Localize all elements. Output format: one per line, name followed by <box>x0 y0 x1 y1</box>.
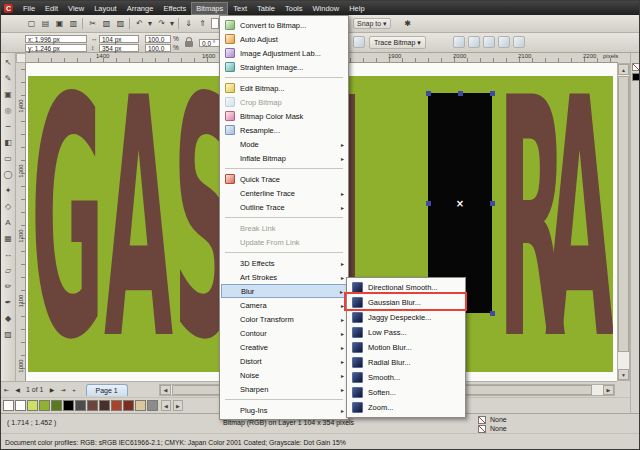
menu-file[interactable]: File <box>18 2 40 15</box>
redo-button[interactable]: ↷ <box>155 17 168 30</box>
new-document-button[interactable]: ▢ <box>25 17 38 30</box>
ellipse-tool[interactable]: ◯ <box>2 167 15 183</box>
object-height-field[interactable]: 354 px <box>99 44 139 52</box>
object-y-position-field[interactable]: y: 1.246 px <box>25 44 87 52</box>
palette-swatch[interactable] <box>123 400 134 411</box>
menu-layout[interactable]: Layout <box>89 2 122 15</box>
pick-tool[interactable]: ↖ <box>2 55 15 71</box>
palette-swatch[interactable] <box>27 400 38 411</box>
no-color-swatch[interactable] <box>632 63 640 71</box>
crop-tool[interactable]: ▣ <box>2 87 15 103</box>
palette-swatch[interactable] <box>15 400 26 411</box>
scale-horizontal-field[interactable]: 100,0 <box>145 35 171 43</box>
zoom-level-combo[interactable] <box>211 18 219 29</box>
crop-bitmap-prop-button[interactable] <box>468 36 480 48</box>
lock-ratio-icon[interactable] <box>185 41 193 47</box>
cut-button[interactable]: ✂ <box>86 17 99 30</box>
palette-swatch[interactable] <box>135 400 146 411</box>
palette-scroll-right-icon[interactable]: ▶ <box>173 400 183 411</box>
smart-fill-tool[interactable]: ◧ <box>2 135 15 151</box>
menu-item-sharpen[interactable]: Sharpen▸ <box>221 382 347 396</box>
print-button[interactable]: ▥ <box>67 17 80 30</box>
menu-item-image-adjustment-lab[interactable]: Image Adjustment Lab... <box>221 46 347 60</box>
menu-item-centerline-trace[interactable]: Centerline Trace▸ <box>221 186 347 200</box>
interactive-fill-tool[interactable]: ▨ <box>2 327 15 343</box>
add-page-button[interactable]: + <box>69 384 80 395</box>
palette-swatch[interactable] <box>75 400 86 411</box>
outline-color-icon[interactable] <box>478 425 486 433</box>
menu-item-auto-adjust[interactable]: Auto Adjust <box>221 32 347 46</box>
snap-to-button[interactable]: Snap to ▾ <box>353 18 391 29</box>
redo-dropdown-arrow-icon[interactable]: ▾ <box>168 17 176 30</box>
scroll-right-icon[interactable]: ▶ <box>603 385 614 395</box>
blend-tool[interactable]: ▱ <box>2 263 15 279</box>
palette-scroll-left-icon[interactable]: ◀ <box>161 400 171 411</box>
submenu-item-soften[interactable]: Soften... <box>348 385 464 400</box>
submenu-item-zoom[interactable]: Zoom... <box>348 400 464 415</box>
menu-item-edit-bitmap[interactable]: Edit Bitmap... <box>221 81 347 95</box>
submenu-item-motion-blur[interactable]: Motion Blur... <box>348 340 464 355</box>
selection-center-mark[interactable]: × <box>456 198 464 209</box>
menu-item-mode[interactable]: Mode▸ <box>221 137 347 151</box>
vertical-ruler[interactable]: 1400 1300 1200 1100 1000 <box>16 63 26 381</box>
scroll-up-icon[interactable]: ▲ <box>618 64 629 75</box>
undo-dropdown-arrow-icon[interactable]: ▾ <box>146 17 154 30</box>
no-color-swatch[interactable] <box>3 400 14 411</box>
menu-item-inflate-bitmap[interactable]: Inflate Bitmap▸ <box>221 151 347 165</box>
ruler-origin-corner[interactable] <box>16 53 26 63</box>
dimension-tool[interactable]: ↔ <box>2 247 15 263</box>
menu-tools[interactable]: Tools <box>280 2 308 15</box>
rectangle-tool[interactable]: ▭ <box>2 151 15 167</box>
menu-bitmaps[interactable]: Bitmaps <box>191 2 228 15</box>
menu-text[interactable]: Text <box>228 2 252 15</box>
menu-item-plug-ins[interactable]: Plug-Ins▸ <box>221 403 347 417</box>
menu-window[interactable]: Window <box>307 2 344 15</box>
rotation-angle-field[interactable]: 0,0 ° <box>199 39 221 47</box>
basic-shapes-tool[interactable]: ◇ <box>2 199 15 215</box>
edit-bitmap-prop-button[interactable] <box>453 36 465 48</box>
scroll-left-icon[interactable]: ◀ <box>160 385 171 395</box>
open-button[interactable]: ▤ <box>39 17 52 30</box>
submenu-item-low-pass[interactable]: Low Pass... <box>348 325 464 340</box>
palette-swatch[interactable] <box>39 400 50 411</box>
paste-button[interactable]: ▨ <box>114 17 127 30</box>
palette-swatch[interactable] <box>51 400 62 411</box>
page-tab[interactable]: Page 1 <box>86 384 128 396</box>
scroll-down-icon[interactable]: ▼ <box>618 369 629 380</box>
options-button[interactable]: ✱ <box>401 17 414 30</box>
palette-swatch[interactable] <box>111 400 122 411</box>
menu-item-blur[interactable]: Blur▸ <box>221 284 347 298</box>
menu-item-resample[interactable]: Resample... <box>221 123 347 137</box>
menu-item-3d-effects[interactable]: 3D Effects▸ <box>221 256 347 270</box>
save-button[interactable]: ▣ <box>53 17 66 30</box>
palette-swatch[interactable] <box>99 400 110 411</box>
trace-bitmap-button[interactable]: Trace Bitmap ▾ <box>369 36 426 49</box>
palette-swatch[interactable] <box>87 400 98 411</box>
previous-page-button[interactable]: ◀ <box>12 384 23 395</box>
menu-item-distort[interactable]: Distort▸ <box>221 354 347 368</box>
menu-arrange[interactable]: Arrange <box>122 2 159 15</box>
menu-item-contour[interactable]: Contour▸ <box>221 326 347 340</box>
vertical-scroll-thumb[interactable] <box>618 76 629 352</box>
table-tool[interactable]: ▦ <box>2 231 15 247</box>
menu-item-noise[interactable]: Noise▸ <box>221 368 347 382</box>
eyedropper-tool[interactable]: ✏ <box>2 279 15 295</box>
menu-view[interactable]: View <box>63 2 89 15</box>
undo-button[interactable]: ↶ <box>133 17 146 30</box>
palette-swatch[interactable] <box>632 73 640 81</box>
menu-item-color-transform[interactable]: Color Transform▸ <box>221 312 347 326</box>
zoom-tool[interactable]: ◎ <box>2 103 15 119</box>
menu-effects[interactable]: Effects <box>158 2 191 15</box>
palette-swatch[interactable] <box>63 400 74 411</box>
bitmap-mode-prop-button[interactable] <box>498 36 510 48</box>
next-page-button[interactable]: ▶ <box>47 384 58 395</box>
menu-table[interactable]: Table <box>252 2 280 15</box>
menu-item-creative[interactable]: Creative▸ <box>221 340 347 354</box>
polygon-tool[interactable]: ✦ <box>2 183 15 199</box>
export-button[interactable]: ⇑ <box>196 17 209 30</box>
freehand-tool[interactable]: ∽ <box>2 119 15 135</box>
outline-pen-tool[interactable]: ✒ <box>2 295 15 311</box>
object-x-position-field[interactable]: x: 1.996 px <box>25 35 87 43</box>
bitmap-mask-prop-button[interactable] <box>513 36 525 48</box>
object-width-field[interactable]: 104 px <box>99 35 139 43</box>
